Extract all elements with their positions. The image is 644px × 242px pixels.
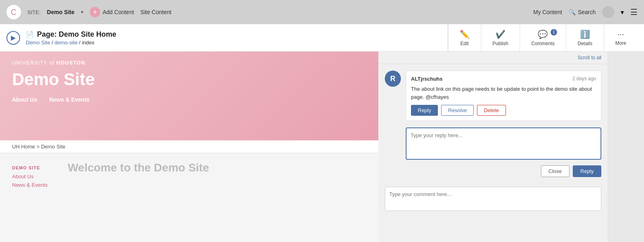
page-info: 📄 Page: Demo Site Home Demo Site / demo-… bbox=[26, 30, 448, 46]
details-icon: ℹ️ bbox=[580, 29, 590, 39]
edit-label: Edit bbox=[460, 41, 469, 46]
breadcrumb: Demo Site / demo-site / index bbox=[26, 40, 448, 46]
uh-breadcrumb: UH Home > Demo Site bbox=[0, 140, 378, 153]
uh-nav-links: About Us News & Events bbox=[12, 173, 47, 188]
top-nav: C SITE: Demo Site ▾ + Add Content Site C… bbox=[0, 0, 644, 24]
search-area[interactable]: 🔍 Search bbox=[569, 9, 596, 15]
right-panel bbox=[608, 52, 644, 242]
uh-site-name: Demo Site bbox=[12, 70, 366, 89]
page-title: 📄 Page: Demo Site Home bbox=[26, 30, 448, 39]
publish-icon: ✔️ bbox=[495, 29, 506, 39]
details-button[interactable]: ℹ️ Details bbox=[566, 24, 604, 52]
page-title-text: Page: Demo Site Home bbox=[37, 30, 116, 39]
uh-nav-about[interactable]: About Us bbox=[12, 96, 37, 103]
comment-meta: ALTjrschuhs 2 days ago bbox=[411, 76, 596, 82]
new-comment-area bbox=[385, 187, 601, 213]
site-label: SITE: bbox=[27, 9, 41, 15]
new-comment-textarea[interactable] bbox=[385, 187, 601, 211]
uh-sidebar: DEMO SITE About Us News & Events bbox=[0, 157, 60, 231]
uh-main-content: Welcome to the Demo Site bbox=[60, 157, 378, 231]
site-name: Demo Site bbox=[47, 9, 74, 15]
more-label: More bbox=[615, 40, 626, 46]
right-panel-content bbox=[608, 52, 644, 58]
reply-area: Close Reply bbox=[406, 127, 601, 177]
logo-icon: C bbox=[6, 5, 21, 19]
details-label: Details bbox=[578, 41, 592, 46]
uh-nav: About Us News & Events bbox=[12, 96, 366, 103]
publish-label: Publish bbox=[493, 41, 508, 46]
uh-header: UNIVERSITY of HOUSTON Demo Site About Us… bbox=[0, 52, 378, 140]
comment-avatar: R bbox=[385, 71, 401, 87]
reply-textarea[interactable] bbox=[406, 127, 601, 160]
page-doc-icon: 📄 bbox=[26, 31, 34, 38]
breadcrumb-site-link[interactable]: Demo Site bbox=[26, 40, 50, 46]
publish-button[interactable]: ✔️ Publish bbox=[481, 24, 520, 52]
edit-button[interactable]: ✏️ Edit bbox=[448, 24, 481, 52]
breadcrumb-index: index bbox=[82, 40, 95, 46]
add-content-button[interactable]: + Add Content bbox=[90, 7, 134, 17]
comments-badge: 1 bbox=[551, 29, 557, 35]
scroll-to-all[interactable]: Scroll to all bbox=[378, 52, 608, 64]
user-avatar[interactable] bbox=[602, 6, 614, 18]
comment-time: 2 days ago bbox=[572, 76, 596, 82]
uh-university-name: UNIVERSITY of HOUSTON bbox=[12, 60, 366, 66]
search-icon: 🔍 bbox=[569, 9, 576, 15]
uh-nav-news[interactable]: News & Events bbox=[49, 96, 89, 103]
comment-thread: R ALTjrschuhs 2 days ago The about link … bbox=[378, 64, 608, 127]
comment-card: ALTjrschuhs 2 days ago The about link on… bbox=[406, 71, 601, 121]
comments-icon: 💬 bbox=[538, 29, 548, 39]
delete-button[interactable]: Delete bbox=[477, 105, 506, 116]
comments-label: Comments bbox=[531, 41, 555, 46]
resolve-button[interactable]: Resolve bbox=[441, 105, 474, 116]
reply-submit-button[interactable]: Reply bbox=[573, 165, 601, 177]
comment-actions: Reply Resolve Delete bbox=[411, 105, 596, 116]
reply-close-button[interactable]: Close bbox=[541, 165, 570, 177]
add-icon: + bbox=[90, 7, 100, 17]
reply-buttons: Close Reply bbox=[406, 165, 601, 177]
add-content-label: Add Content bbox=[103, 9, 134, 15]
uh-about-link[interactable]: About Us bbox=[12, 173, 47, 179]
expand-button[interactable]: ▶ bbox=[6, 31, 20, 45]
search-label: Search bbox=[578, 9, 596, 15]
uh-welcome-text: Welcome to the Demo Site bbox=[68, 161, 370, 174]
website-preview: UNIVERSITY of HOUSTON Demo Site About Us… bbox=[0, 52, 378, 242]
comment-author: ALTjrschuhs bbox=[411, 76, 443, 82]
uh-news-link[interactable]: News & Events bbox=[12, 182, 47, 188]
page-header: ▶ 📄 Page: Demo Site Home Demo Site / dem… bbox=[0, 24, 644, 52]
more-icon: ··· bbox=[617, 29, 624, 39]
comments-button[interactable]: 💬 1 Comments bbox=[520, 24, 566, 52]
toolbar-actions: ✏️ Edit ✔️ Publish 💬 1 Comments ℹ️ Detai… bbox=[448, 24, 638, 52]
comment-text: The about link on this page needs to be … bbox=[411, 85, 596, 101]
site-dropdown[interactable]: ▾ bbox=[81, 9, 83, 15]
breadcrumb-slug-link[interactable]: demo-site bbox=[55, 40, 78, 46]
comments-panel: Scroll to all R ALTjrschuhs 2 days ago T… bbox=[378, 52, 608, 242]
expand-icon: ▶ bbox=[11, 34, 16, 42]
hamburger-icon[interactable]: ☰ bbox=[630, 7, 638, 17]
uh-section-label: DEMO SITE bbox=[12, 165, 47, 170]
site-content-button[interactable]: Site Content bbox=[140, 9, 171, 15]
comment-body: ALTjrschuhs 2 days ago The about link on… bbox=[406, 71, 601, 121]
edit-icon: ✏️ bbox=[460, 29, 470, 39]
user-dropdown-icon[interactable]: ▾ bbox=[621, 8, 624, 16]
more-button[interactable]: ··· More bbox=[604, 24, 638, 52]
reply-button[interactable]: Reply bbox=[411, 105, 438, 116]
main-area: UNIVERSITY of HOUSTON Demo Site About Us… bbox=[0, 52, 644, 242]
my-content-link[interactable]: My Content bbox=[533, 9, 562, 15]
